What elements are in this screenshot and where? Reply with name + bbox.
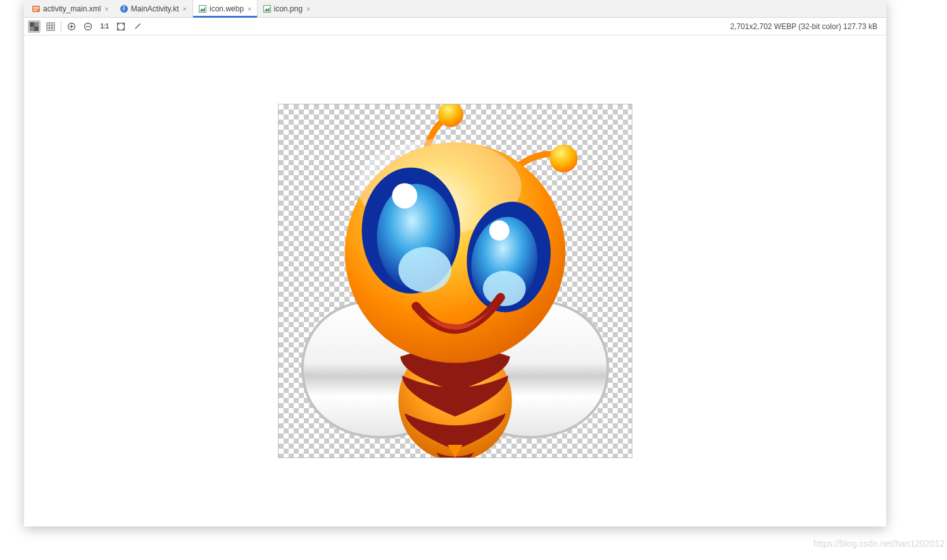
image-canvas[interactable] <box>24 35 886 526</box>
image-file-icon <box>263 4 272 13</box>
close-icon[interactable]: × <box>183 5 187 13</box>
close-icon[interactable]: × <box>104 5 108 13</box>
zoom-in-icon[interactable] <box>65 20 78 33</box>
zoom-out-icon[interactable] <box>82 20 94 33</box>
image-file-icon <box>198 4 207 13</box>
image-toolbar: 1:1 2,701x2,702 WEBP (32-bit color) 127.… <box>24 18 886 35</box>
tab-label: icon.webp <box>210 4 244 13</box>
kotlin-file-icon <box>120 4 129 13</box>
editor-window: activity_main.xml × MainActivity.kt × ic… <box>24 0 886 526</box>
svg-point-35 <box>489 220 510 240</box>
image-stage <box>278 104 632 458</box>
tab-activity-main[interactable]: activity_main.xml × <box>27 0 115 17</box>
bee-image <box>279 104 632 457</box>
svg-rect-12 <box>47 23 54 30</box>
tab-icon-webp[interactable]: icon.webp × <box>192 0 257 17</box>
checkerboard-toggle-icon[interactable] <box>28 20 41 33</box>
svg-point-32 <box>398 247 451 292</box>
svg-rect-3 <box>34 10 37 11</box>
grid-icon[interactable] <box>44 20 57 33</box>
tab-label: activity_main.xml <box>43 4 101 13</box>
image-info-label: 2,701x2,702 WEBP (32-bit color) 127.73 k… <box>730 22 882 31</box>
svg-point-31 <box>392 184 417 209</box>
close-icon[interactable]: × <box>306 5 310 13</box>
toolbar-separator <box>61 22 61 32</box>
svg-rect-10 <box>30 22 34 27</box>
xml-file-icon <box>32 4 41 13</box>
tab-bar: activity_main.xml × MainActivity.kt × ic… <box>24 0 886 18</box>
zoom-actual-size-button[interactable]: 1:1 <box>98 20 111 33</box>
svg-point-36 <box>483 271 526 306</box>
close-icon[interactable]: × <box>248 5 251 13</box>
svg-rect-11 <box>34 27 39 31</box>
svg-rect-2 <box>34 8 39 9</box>
watermark-text: https://blog.csdn.net/han1202012 <box>813 538 944 549</box>
fit-to-screen-icon[interactable] <box>115 20 127 33</box>
tab-label: MainActivity.kt <box>131 4 179 13</box>
color-picker-icon[interactable] <box>131 20 144 33</box>
tab-label: icon.png <box>274 4 303 13</box>
tab-mainactivity[interactable]: MainActivity.kt × <box>115 0 192 17</box>
svg-rect-1 <box>34 7 39 8</box>
tab-icon-png[interactable]: icon.png × <box>258 0 317 17</box>
svg-point-24 <box>549 145 577 173</box>
